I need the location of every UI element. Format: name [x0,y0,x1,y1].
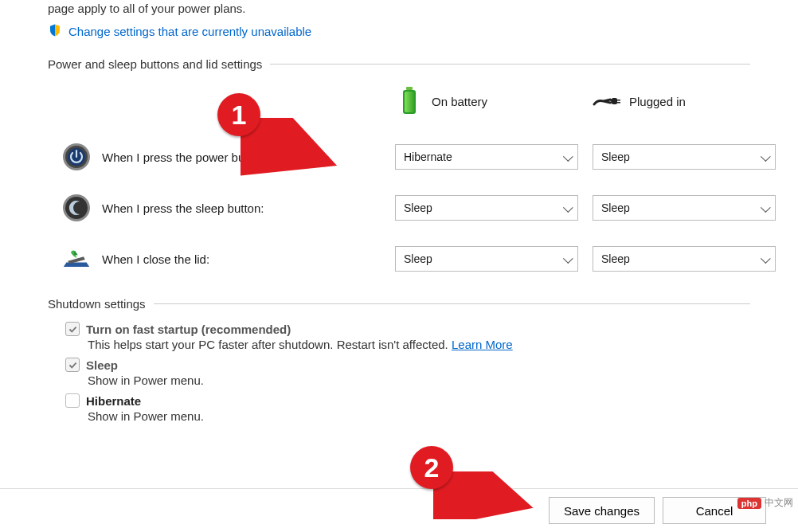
power-button-battery-select[interactable]: Hibernate [395,144,578,170]
svg-rect-0 [406,87,413,90]
group-title: Shutdown settings [48,297,146,311]
sleep-desc: Show in Power menu. [88,374,750,387]
hibernate-option: Hibernate Show in Power menu. [65,393,750,423]
battery-icon [395,87,424,115]
sleep-button-plugged-select[interactable]: Sleep [593,195,776,221]
sleep-option: Sleep Show in Power menu. [65,358,750,387]
power-button-plugged-select[interactable]: Sleep [593,144,776,170]
svg-rect-5 [617,102,620,104]
fast-startup-checkbox[interactable] [65,322,80,336]
hibernate-desc: Show in Power menu. [88,409,750,423]
battery-label: On battery [432,95,487,108]
lid-row-label: When I close the lid: [62,244,381,273]
group-title: Power and sleep buttons and lid settings [48,57,262,71]
hibernate-checkbox[interactable] [65,393,80,408]
svg-rect-2 [405,92,414,112]
sleep-checkbox[interactable] [65,358,80,372]
intro-text: page apply to all of your power plans. [48,2,750,15]
callout-2: 2 [410,446,453,489]
sleep-title: Sleep [86,358,118,372]
sleep-button-battery-select[interactable]: Sleep [395,195,578,221]
svg-rect-3 [612,98,617,104]
shutdown-group-header: Shutdown settings [48,297,750,311]
power-icon [62,143,91,171]
moon-icon [62,194,91,222]
shield-icon [48,23,62,40]
laptop-lid-icon [62,244,91,273]
learn-more-link[interactable]: Learn More [452,338,513,351]
power-button-row-label: When I press the power button: [62,143,381,171]
column-header-battery: On battery [395,82,578,120]
change-settings-link[interactable]: Change settings that are currently unava… [68,25,311,38]
sleep-button-row-label: When I press the sleep button: [62,194,381,222]
callout-1: 1 [217,93,260,136]
save-changes-button[interactable]: Save changes [549,497,655,524]
lid-battery-select[interactable]: Sleep [395,246,578,272]
watermark: php中文网 [737,496,793,510]
fast-startup-option: Turn on fast startup (recommended) This … [65,322,750,351]
bottom-bar: Save changes Cancel [0,488,798,532]
column-header-plugged: Plugged in [593,82,776,120]
fast-startup-desc: This helps start your PC faster after sh… [88,338,750,351]
svg-rect-4 [617,100,620,101]
svg-point-10 [65,197,88,219]
fast-startup-title: Turn on fast startup (recommended) [86,323,291,336]
hibernate-title: Hibernate [86,394,141,408]
power-buttons-group-header: Power and sleep buttons and lid settings [48,57,750,71]
lid-plugged-select[interactable]: Sleep [593,246,776,272]
plugged-label: Plugged in [629,95,686,108]
plug-icon [593,87,621,115]
